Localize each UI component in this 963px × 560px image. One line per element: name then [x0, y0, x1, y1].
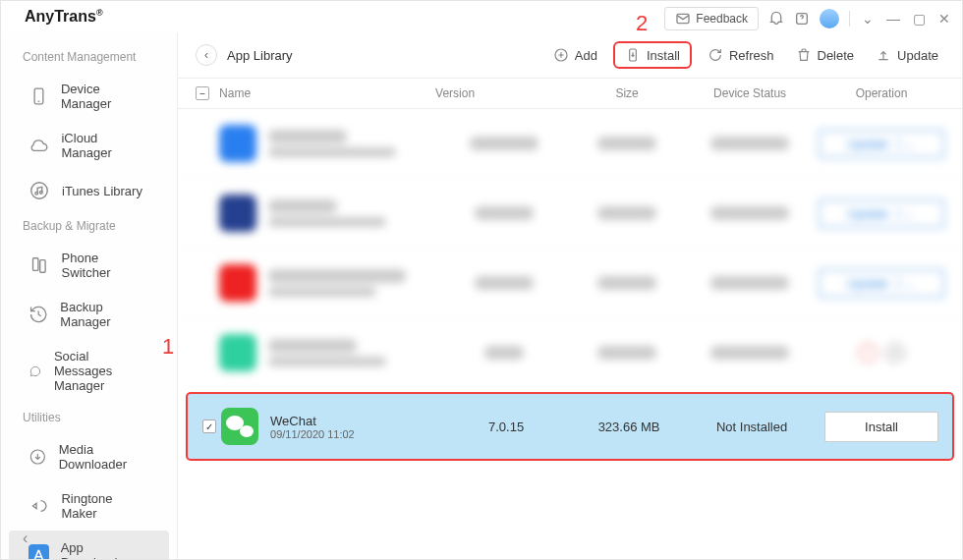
app-date: 09/11/2020 11:02: [270, 428, 355, 440]
wechat-app-icon: [221, 408, 258, 445]
sidebar-item-social-messages[interactable]: Social Messages Manager: [9, 339, 169, 403]
refresh-button[interactable]: Refresh: [702, 43, 780, 67]
svg-point-4: [35, 192, 38, 195]
app-name: WeChat: [270, 414, 355, 428]
sidebar-item-media-downloader[interactable]: Media Downloader: [9, 432, 169, 481]
collapse-sidebar-icon[interactable]: ‹: [23, 530, 28, 547]
update-button[interactable]: Update: [870, 43, 944, 67]
table-row-selected[interactable]: ✓ WeChat 09/11/2020 11:02 7.0.15 323.66 …: [186, 392, 954, 461]
table-header: − Name Version Size Device Status Operat…: [178, 78, 962, 109]
app-icon: [28, 544, 49, 560]
sidebar-section: Content Management: [1, 42, 177, 72]
chevron-down-icon[interactable]: ⌄: [860, 11, 876, 27]
close-button[interactable]: ✕: [936, 11, 952, 27]
trash-icon: [796, 47, 812, 63]
chevron-down-icon: ⌄: [898, 208, 916, 219]
row-update-button[interactable]: Update⌄: [819, 130, 944, 158]
download-icon: [28, 446, 47, 468]
select-all-checkbox[interactable]: −: [196, 86, 209, 100]
delete-button[interactable]: Delete: [790, 43, 861, 67]
breadcrumb: App Library: [227, 48, 292, 63]
app-version: 7.0.15: [437, 420, 575, 434]
retry-icon[interactable]: ⟳: [885, 343, 905, 363]
row-update-button[interactable]: Update⌄: [819, 269, 944, 298]
minimize-button[interactable]: —: [885, 11, 901, 27]
column-operation: Operation: [819, 86, 944, 100]
maximize-button[interactable]: ▢: [911, 11, 927, 27]
upload-icon: [876, 47, 891, 63]
bell-icon[interactable]: [768, 11, 784, 27]
plus-circle-icon: [553, 47, 569, 63]
sidebar-section: Utilities: [1, 403, 177, 432]
warning-icon[interactable]: !: [858, 343, 878, 363]
avatar[interactable]: [820, 9, 839, 28]
callout-1: 1: [162, 334, 174, 360]
install-icon: [625, 47, 641, 63]
sidebar: Content Management Device Manager iCloud…: [1, 32, 178, 559]
column-name: Name: [219, 86, 435, 100]
cloud-icon: [28, 135, 49, 156]
app-status: Not Installed: [683, 420, 821, 434]
music-note-icon: [28, 180, 50, 201]
sidebar-item-device-manager[interactable]: Device Manager: [9, 72, 169, 121]
app-brand: AnyTrans®: [25, 8, 103, 26]
chat-icon: [28, 361, 42, 382]
sidebar-section: Backup & Migrate: [1, 211, 177, 241]
row-checkbox[interactable]: ✓: [202, 420, 216, 433]
ringtone-icon: [28, 495, 49, 517]
row-install-button[interactable]: Install: [824, 412, 938, 442]
row-update-button[interactable]: Update⌄: [819, 199, 944, 228]
app-size: 323.66 MB: [575, 420, 683, 434]
sidebar-item-icloud-manager[interactable]: iCloud Manager: [9, 121, 169, 170]
feedback-button[interactable]: Feedback: [664, 7, 759, 30]
chevron-down-icon: ⌄: [898, 139, 916, 149]
sidebar-item-app-downloader[interactable]: App Downloader: [9, 531, 169, 560]
back-button[interactable]: ‹: [196, 44, 217, 66]
add-button[interactable]: Add: [547, 43, 603, 67]
history-icon: [28, 304, 48, 325]
install-button[interactable]: Install: [613, 41, 692, 69]
table-row[interactable]: Update⌄: [178, 179, 962, 249]
table-row[interactable]: Update⌄: [178, 109, 962, 179]
column-status: Device Status: [681, 86, 819, 100]
table-row[interactable]: Update⌄: [178, 249, 962, 318]
refresh-icon: [708, 47, 723, 63]
sidebar-item-itunes-library[interactable]: iTunes Library: [9, 170, 169, 211]
sidebar-item-phone-switcher[interactable]: Phone Switcher: [9, 241, 169, 290]
sidebar-item-backup-manager[interactable]: Backup Manager: [9, 290, 169, 339]
help-icon[interactable]: [794, 11, 810, 27]
column-size: Size: [573, 86, 681, 100]
table-row[interactable]: ! ⟳: [178, 318, 962, 388]
phone-icon: [28, 85, 49, 107]
mail-icon: [675, 11, 691, 27]
svg-rect-6: [33, 258, 38, 271]
svg-point-5: [39, 191, 42, 194]
callout-2: 2: [636, 11, 648, 36]
switch-icon: [28, 254, 50, 276]
svg-rect-7: [40, 260, 45, 273]
chevron-down-icon: ⌄: [898, 278, 916, 289]
column-version: Version: [435, 86, 573, 100]
sidebar-item-ringtone-maker[interactable]: Ringtone Maker: [9, 481, 169, 531]
svg-point-3: [31, 183, 48, 199]
